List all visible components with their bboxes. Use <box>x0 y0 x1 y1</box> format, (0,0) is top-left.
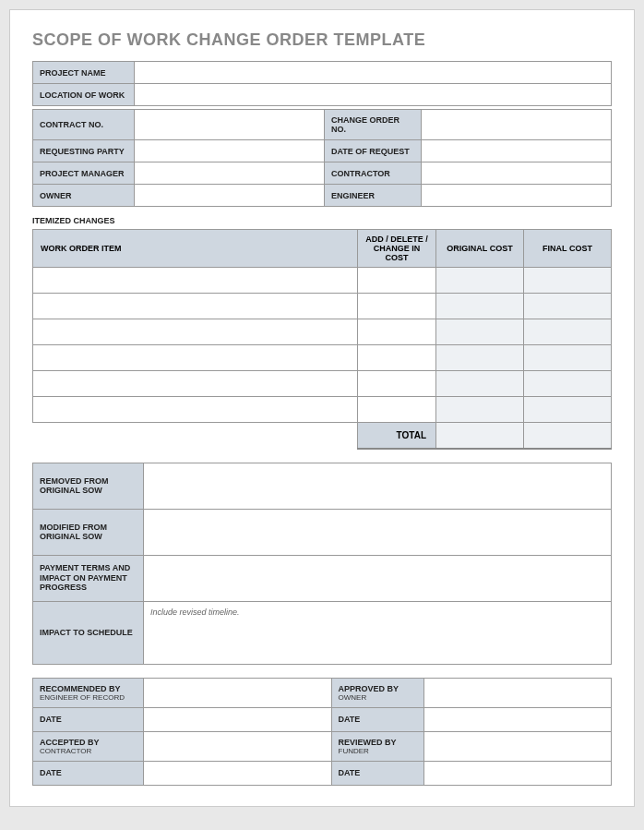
reviewed-label-text: REVIEWED BY <box>339 738 397 747</box>
approved-date-label: DATE <box>331 707 423 731</box>
table-row <box>33 268 612 294</box>
table-row <box>33 345 612 371</box>
itemized-table: WORK ORDER ITEM ADD / DELETE / CHANGE IN… <box>32 229 612 450</box>
original-cell[interactable] <box>436 371 524 397</box>
modified-label: MODIFIED FROM ORIGINAL SOW <box>33 509 144 555</box>
original-cell[interactable] <box>436 345 524 371</box>
header-table-2: CONTRACT NO. CHANGE ORDER NO. REQUESTING… <box>32 109 612 207</box>
recommended-sub: ENGINEER OF RECORD <box>40 693 137 702</box>
final-cell[interactable] <box>524 268 612 294</box>
contract-no-label: CONTRACT NO. <box>33 110 135 140</box>
accepted-value[interactable] <box>144 731 332 761</box>
change-order-no-label: CHANGE ORDER NO. <box>325 110 422 140</box>
recommended-label-text: RECOMMENDED BY <box>40 684 121 693</box>
engineer-value[interactable] <box>422 185 612 207</box>
document-page: SCOPE OF WORK CHANGE ORDER TEMPLATE PROJ… <box>9 9 635 807</box>
original-cell[interactable] <box>436 268 524 294</box>
original-cell[interactable] <box>436 294 524 319</box>
original-cell[interactable] <box>436 319 524 345</box>
accepted-label-text: ACCEPTED BY <box>40 738 100 747</box>
accepted-date-label: DATE <box>33 761 144 785</box>
project-manager-label: PROJECT MANAGER <box>33 162 135 185</box>
change-cell[interactable] <box>358 397 436 423</box>
approved-label: APPROVED BY OWNER <box>331 678 423 707</box>
location-value[interactable] <box>135 84 612 106</box>
reviewed-sub: FUNDER <box>339 747 417 755</box>
narrative-table: REMOVED FROM ORIGINAL SOW MODIFIED FROM … <box>32 463 612 665</box>
requesting-party-value[interactable] <box>135 140 325 162</box>
reviewed-label: REVIEWED BY FUNDER <box>331 731 423 761</box>
owner-label: OWNER <box>33 185 135 207</box>
project-manager-value[interactable] <box>135 162 325 185</box>
removed-value[interactable] <box>144 463 612 509</box>
accepted-label: ACCEPTED BY CONTRACTOR <box>33 731 144 761</box>
requesting-party-label: REQUESTING PARTY <box>33 140 135 162</box>
accepted-date-value[interactable] <box>144 761 332 785</box>
recommended-label: RECOMMENDED BY ENGINEER OF RECORD <box>33 678 144 707</box>
col-original: ORIGINAL COST <box>436 230 524 268</box>
table-row <box>33 371 612 397</box>
location-label: LOCATION OF WORK <box>33 84 135 106</box>
payment-label: PAYMENT TERMS AND IMPACT ON PAYMENT PROG… <box>33 555 144 601</box>
col-final: FINAL COST <box>524 230 612 268</box>
col-item: WORK ORDER ITEM <box>33 230 358 268</box>
accepted-sub: CONTRACTOR <box>40 747 137 755</box>
change-cell[interactable] <box>358 319 436 345</box>
project-name-value[interactable] <box>135 62 612 84</box>
table-row <box>33 319 612 345</box>
approved-sub: OWNER <box>339 693 417 702</box>
final-cell[interactable] <box>524 319 612 345</box>
modified-value[interactable] <box>144 509 612 555</box>
table-row <box>33 294 612 319</box>
final-cell[interactable] <box>524 345 612 371</box>
recommended-value[interactable] <box>144 678 332 707</box>
final-cell[interactable] <box>524 371 612 397</box>
item-cell[interactable] <box>33 371 358 397</box>
header-table-1: PROJECT NAME LOCATION OF WORK <box>32 61 612 106</box>
schedule-value[interactable]: Include revised timeline. <box>144 601 612 664</box>
owner-value[interactable] <box>135 185 325 207</box>
contract-no-value[interactable] <box>135 110 325 140</box>
approved-date-value[interactable] <box>423 707 612 731</box>
contractor-label: CONTRACTOR <box>325 162 422 185</box>
total-label: TOTAL <box>358 423 436 449</box>
page-title: SCOPE OF WORK CHANGE ORDER TEMPLATE <box>32 30 612 50</box>
schedule-label: IMPACT TO SCHEDULE <box>33 601 144 664</box>
item-cell[interactable] <box>33 397 358 423</box>
change-cell[interactable] <box>358 268 436 294</box>
change-cell[interactable] <box>358 294 436 319</box>
recommended-date-value[interactable] <box>144 707 332 731</box>
item-cell[interactable] <box>33 345 358 371</box>
change-order-no-value[interactable] <box>422 110 612 140</box>
total-original <box>436 423 524 449</box>
project-name-label: PROJECT NAME <box>33 62 135 84</box>
change-cell[interactable] <box>358 371 436 397</box>
contractor-value[interactable] <box>422 162 612 185</box>
reviewed-value[interactable] <box>423 731 612 761</box>
engineer-label: ENGINEER <box>325 185 422 207</box>
reviewed-date-value[interactable] <box>423 761 612 785</box>
change-cell[interactable] <box>358 345 436 371</box>
table-row <box>33 397 612 423</box>
payment-value[interactable] <box>144 555 612 601</box>
date-of-request-value[interactable] <box>422 140 612 162</box>
itemized-heading: ITEMIZED CHANGES <box>32 216 612 225</box>
final-cell[interactable] <box>524 294 612 319</box>
original-cell[interactable] <box>436 397 524 423</box>
recommended-date-label: DATE <box>33 707 144 731</box>
final-cell[interactable] <box>524 397 612 423</box>
approved-value[interactable] <box>423 678 612 707</box>
item-cell[interactable] <box>33 294 358 319</box>
total-final <box>524 423 612 449</box>
item-cell[interactable] <box>33 268 358 294</box>
total-row: TOTAL <box>33 423 612 449</box>
signatures-table: RECOMMENDED BY ENGINEER OF RECORD APPROV… <box>32 678 612 786</box>
reviewed-date-label: DATE <box>331 761 423 785</box>
date-of-request-label: DATE OF REQUEST <box>325 140 422 162</box>
item-cell[interactable] <box>33 319 358 345</box>
removed-label: REMOVED FROM ORIGINAL SOW <box>33 463 144 509</box>
approved-label-text: APPROVED BY <box>339 684 400 693</box>
col-change: ADD / DELETE / CHANGE IN COST <box>358 230 436 268</box>
